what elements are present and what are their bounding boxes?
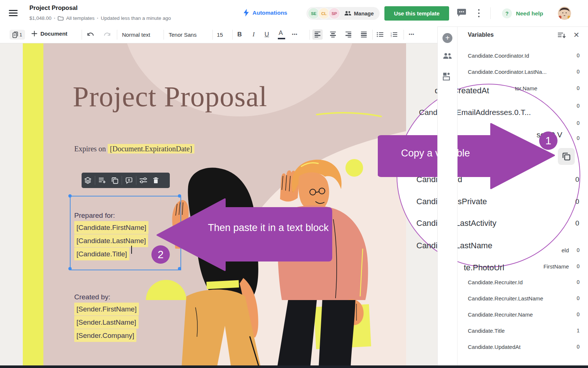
settings-sliders-icon[interactable] xyxy=(137,173,150,188)
created-by-heading: Created by: xyxy=(74,291,139,303)
text-color-button[interactable]: A xyxy=(276,28,286,38)
underline-button[interactable]: U xyxy=(262,29,272,40)
variable-row-fragment[interactable]: FirstName xyxy=(544,263,569,270)
step1-badge: 1 xyxy=(539,131,557,150)
document-cover-title[interactable]: Project Proposal xyxy=(73,80,267,113)
content-blocks-icon[interactable] xyxy=(443,72,452,82)
add-panel-icon[interactable]: + xyxy=(442,33,452,43)
layers-icon[interactable] xyxy=(82,173,94,188)
step2-badge: 2 xyxy=(151,245,170,264)
sender-lastname-variable[interactable]: [Sender.LastName] xyxy=(74,316,139,329)
align-right-button[interactable] xyxy=(343,29,354,40)
variable-count: 0 xyxy=(577,120,580,126)
more-text-options-icon[interactable]: ••• xyxy=(290,29,300,40)
hamburger-menu-icon[interactable] xyxy=(9,10,18,17)
undo-button[interactable] xyxy=(85,29,96,40)
pages-icon xyxy=(12,32,18,38)
add-document-button[interactable]: Document xyxy=(32,30,67,37)
updated-status: Updated less than a minute ago xyxy=(101,15,171,21)
plus-icon xyxy=(32,31,37,36)
dot-separator xyxy=(97,18,98,19)
paragraph-style-select[interactable]: Normal text xyxy=(122,32,150,38)
comments-icon[interactable] xyxy=(456,9,467,19)
candidate-lastname-variable[interactable]: [Candidate.LastName] xyxy=(74,234,148,247)
variables-panel-title: Variables xyxy=(468,32,494,38)
magnified-variable-row[interactable]: Candidate.EmailAddresses.0.T... xyxy=(419,108,531,117)
prepared-for-block[interactable]: Prepared for: [Candidate.FirstName] [Can… xyxy=(74,210,148,261)
variable-row[interactable]: Candidate.Coordinator.Id0 xyxy=(457,53,588,60)
page-count: 1 xyxy=(19,32,22,37)
page-count-button[interactable]: 1 xyxy=(10,30,25,40)
copy-variable-button[interactable] xyxy=(558,148,575,165)
variable-row[interactable]: Candidate.Recruiter.Id0 xyxy=(457,279,588,286)
selection-handle[interactable] xyxy=(178,194,181,198)
add-block-icon[interactable] xyxy=(96,173,108,188)
close-panel-icon[interactable]: ✕ xyxy=(573,30,580,39)
numbered-list-button[interactable]: 123 xyxy=(389,29,399,40)
prepared-for-heading: Prepared for: xyxy=(74,210,148,221)
align-left-button[interactable] xyxy=(312,29,323,40)
people-icon xyxy=(344,11,351,16)
question-icon: ? xyxy=(502,8,512,18)
variable-row[interactable]: Candidate.Title1 xyxy=(457,328,588,335)
magnified-variable-row[interactable]: te.PhotoUrl xyxy=(464,263,504,273)
collaborators-group: SE CL SP Manage xyxy=(306,7,380,20)
text-cursor xyxy=(131,246,132,254)
use-this-template-button[interactable]: Use this template xyxy=(384,6,449,21)
breadcrumb[interactable]: All templates xyxy=(66,15,94,21)
copy-icon xyxy=(562,152,571,161)
variable-row[interactable]: Candidate.Recruiter.LastName0 xyxy=(457,295,588,303)
magnified-variable-count: 0 xyxy=(575,176,579,184)
more-toolbar-options-icon[interactable]: ••• xyxy=(406,29,417,40)
svg-text:3: 3 xyxy=(391,35,392,37)
comment-add-icon[interactable] xyxy=(123,173,135,188)
variable-count: 0 xyxy=(577,135,580,141)
font-family-select[interactable]: Tenor Sans xyxy=(169,32,197,38)
variable-row[interactable]: Candidate.Coordinator.LastNa...0 xyxy=(457,69,588,76)
sender-company-variable[interactable]: [Sender.Company] xyxy=(74,329,136,342)
variable-row[interactable]: Candidate.Recruiter.Name0 xyxy=(457,311,588,319)
selection-handle[interactable] xyxy=(68,194,72,198)
candidate-firstname-variable[interactable]: [Candidate.FirstName] xyxy=(74,221,148,234)
document-price: $1,048.00 xyxy=(29,15,51,21)
step2-arrow xyxy=(156,198,332,271)
italic-button[interactable]: I xyxy=(248,29,259,40)
document-title: Project Proposal xyxy=(29,4,78,11)
delete-icon[interactable] xyxy=(150,173,162,188)
sender-firstname-variable[interactable]: [Sender.FirstName] xyxy=(74,303,139,315)
variable-row-fragment[interactable]: tor.Name xyxy=(515,85,537,91)
selection-handle[interactable] xyxy=(68,267,72,270)
more-options-kebab-icon[interactable] xyxy=(478,9,480,19)
bold-button[interactable]: B xyxy=(234,29,245,40)
expires-prefix: Expires on xyxy=(74,145,106,153)
text-color-bar xyxy=(278,38,285,39)
header-divider xyxy=(490,7,491,19)
duplicate-icon[interactable] xyxy=(108,173,121,188)
automations-label: Automations xyxy=(252,10,287,16)
variable-row-fragment[interactable]: eld xyxy=(562,247,569,253)
editor-toolbar: 1 Document Normal text Tenor Sans 15 B I… xyxy=(0,26,437,43)
manage-button[interactable]: Manage xyxy=(344,11,374,17)
automations-button[interactable]: Automations xyxy=(243,9,287,17)
expiration-variable[interactable]: [Document.ExpirationDate] xyxy=(108,144,194,154)
font-size-select[interactable]: 15 xyxy=(217,32,223,38)
document-subtitle: $1,048.00 All templates Updated less tha… xyxy=(29,15,171,21)
sort-icon[interactable] xyxy=(558,32,566,40)
variable-row[interactable]: Candidate.UpdatedAt0 xyxy=(457,344,588,351)
align-justify-button[interactable] xyxy=(359,29,369,40)
expiration-line[interactable]: Expires on [Document.ExpirationDate] xyxy=(74,145,194,153)
created-by-block[interactable]: Created by: [Sender.FirstName] [Sender.L… xyxy=(74,291,139,342)
panel-rail: + xyxy=(437,26,458,368)
need-help-button[interactable]: ? Need help xyxy=(502,8,543,18)
align-center-button[interactable] xyxy=(328,29,338,40)
dot-separator xyxy=(54,18,55,19)
manage-label: Manage xyxy=(354,11,374,17)
redo-button[interactable] xyxy=(102,29,112,40)
avatar-chip-sp[interactable]: SP xyxy=(328,7,340,19)
recipients-icon[interactable] xyxy=(443,53,452,61)
need-help-label: Need help xyxy=(516,10,543,17)
step2-label: Then paste it in a text block xyxy=(208,221,329,234)
bullet-list-button[interactable] xyxy=(375,29,385,40)
user-avatar[interactable] xyxy=(558,7,571,20)
candidate-title-variable[interactable]: [Candidate.Title] xyxy=(74,248,129,260)
